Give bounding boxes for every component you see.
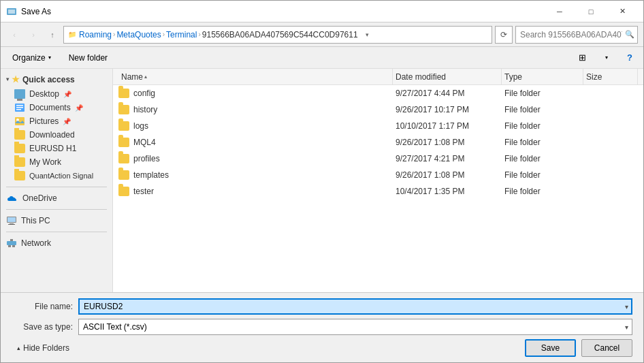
table-row[interactable]: history 9/26/2017 10:17 PM File folder xyxy=(113,101,643,118)
search-input[interactable] xyxy=(520,30,622,40)
sidebar-group-thispc: This PC xyxy=(1,214,112,227)
sidebar-group-quick-access: ▾ ★ Quick access Desktop 📌 xyxy=(1,72,112,183)
help-button[interactable]: ? xyxy=(622,50,638,66)
filename-label: File name: xyxy=(12,302,73,311)
title-bar-buttons: ─ □ ✕ xyxy=(544,1,638,22)
file-date: 9/26/2017 1:08 PM xyxy=(393,138,502,147)
file-date: 10/4/2017 1:35 PM xyxy=(393,187,502,196)
column-header-name[interactable]: Name ▴ xyxy=(118,69,393,84)
svg-rect-15 xyxy=(12,245,15,247)
file-date: 9/26/2017 1:08 PM xyxy=(393,170,502,180)
downloaded-icon xyxy=(14,130,25,140)
filetype-row: Save as type: ASCII Text (*.csv) xyxy=(12,319,632,335)
sidebar-item-pictures[interactable]: Pictures 📌 xyxy=(1,114,112,128)
documents-icon xyxy=(14,103,25,112)
table-row[interactable]: logs 10/10/2017 1:17 PM File folder xyxy=(113,118,643,134)
view-button[interactable]: ⊞ xyxy=(573,50,592,66)
file-type: File folder xyxy=(502,89,583,98)
quick-access-chevron: ▾ xyxy=(6,76,9,82)
sidebar-item-thispc[interactable]: This PC xyxy=(1,214,112,227)
filename-input[interactable] xyxy=(78,298,632,315)
sidebar-item-documents[interactable]: Documents 📌 xyxy=(1,101,112,114)
forward-button[interactable]: › xyxy=(25,27,42,43)
pin-icon-pictures: 📌 xyxy=(63,118,71,125)
folder-icon xyxy=(118,89,129,98)
view-dropdown-button[interactable]: ▾ xyxy=(597,50,616,66)
file-date: 9/26/2017 10:17 PM xyxy=(393,105,502,114)
column-header-date[interactable]: Date modified xyxy=(393,69,502,84)
sidebar-header-quick-access[interactable]: ▾ ★ Quick access xyxy=(1,72,112,87)
pictures-icon xyxy=(14,116,25,126)
column-header-type[interactable]: Type xyxy=(502,69,583,84)
column-type-label: Type xyxy=(504,72,522,82)
folder-icon xyxy=(118,187,129,196)
address-bar-folder-icon: 📁 xyxy=(68,31,76,38)
up-button[interactable]: ↑ xyxy=(44,27,61,43)
sidebar-item-desktop-label: Desktop xyxy=(29,89,59,99)
hide-folders-button[interactable]: ▴ Hide Folders xyxy=(12,341,75,356)
back-button[interactable]: ‹ xyxy=(6,27,22,43)
sidebar-item-network[interactable]: Network xyxy=(1,236,112,250)
address-dropdown-button[interactable]: ▾ xyxy=(362,26,373,44)
new-folder-button[interactable]: New folder xyxy=(63,50,114,66)
table-row[interactable]: profiles 9/27/2017 4:21 PM File folder xyxy=(113,151,643,167)
sidebar-item-thispc-label: This PC xyxy=(21,216,50,225)
crumb-metaquotes[interactable]: MetaQuotes xyxy=(116,30,161,40)
file-name: logs xyxy=(133,121,148,131)
close-button[interactable]: ✕ xyxy=(607,1,638,22)
maximize-button[interactable]: □ xyxy=(575,1,607,22)
crumb-roaming[interactable]: Roaming xyxy=(79,30,112,40)
sidebar-item-downloaded[interactable]: Downloaded xyxy=(1,128,112,142)
eurusd-folder-icon xyxy=(14,144,25,153)
quick-access-star-icon: ★ xyxy=(12,74,20,84)
save-button[interactable]: Save xyxy=(525,339,576,357)
organize-button[interactable]: Organize ▾ xyxy=(6,50,57,66)
help-icon: ? xyxy=(627,52,632,63)
sidebar-item-eurusd[interactable]: EURUSD H1 xyxy=(1,142,112,155)
sidebar-divider-1 xyxy=(6,187,107,187)
file-type: File folder xyxy=(502,170,583,180)
sidebar-item-mywork[interactable]: My Work xyxy=(1,155,112,169)
onedrive-icon xyxy=(6,194,18,202)
sidebar-group-network: Network xyxy=(1,236,112,250)
svg-rect-6 xyxy=(15,117,25,125)
filename-input-wrapper xyxy=(78,298,632,315)
cancel-button[interactable]: Cancel xyxy=(581,339,632,357)
mywork-folder-icon xyxy=(14,157,25,167)
pin-icon-desktop: 📌 xyxy=(63,91,71,98)
sidebar-item-desktop[interactable]: Desktop 📌 xyxy=(1,87,112,101)
svg-rect-13 xyxy=(10,239,13,241)
sidebar-item-onedrive-label: OneDrive xyxy=(22,193,57,203)
thispc-icon xyxy=(6,216,17,225)
organize-label: Organize xyxy=(12,53,46,63)
sidebar-item-network-label: Network xyxy=(21,238,51,248)
quick-access-label: Quick access xyxy=(22,75,75,84)
network-icon xyxy=(6,238,17,248)
svg-rect-1 xyxy=(8,10,15,14)
sidebar-item-quantaction[interactable]: QuantAction Signal xyxy=(1,169,112,183)
table-row[interactable]: templates 9/26/2017 1:08 PM File folder xyxy=(113,167,643,183)
table-row[interactable]: MQL4 9/26/2017 1:08 PM File folder xyxy=(113,134,643,151)
main-content: ▾ ★ Quick access Desktop 📌 xyxy=(1,69,643,292)
crumb-sep-2: › xyxy=(163,31,165,38)
table-row[interactable]: tester 10/4/2017 1:35 PM File folder xyxy=(113,183,643,200)
svg-rect-9 xyxy=(7,217,16,222)
column-header-size[interactable]: Size xyxy=(583,69,638,84)
sidebar-item-onedrive[interactable]: OneDrive xyxy=(1,191,112,205)
folder-icon xyxy=(118,154,129,163)
filetype-label: Save as type: xyxy=(12,322,73,332)
dialog-icon xyxy=(6,6,17,17)
address-bar[interactable]: 📁 Roaming › MetaQuotes › Terminal › 9155… xyxy=(63,26,492,44)
minimize-button[interactable]: ─ xyxy=(544,1,575,22)
table-row[interactable]: config 9/27/2017 4:44 PM File folder xyxy=(113,85,643,101)
sidebar-group-onedrive: OneDrive xyxy=(1,191,112,205)
sidebar-item-eurusd-label: EURUSD H1 xyxy=(29,144,76,153)
crumb-sep-1: › xyxy=(113,31,115,38)
new-folder-label: New folder xyxy=(69,53,108,63)
column-name-label: Name xyxy=(121,72,143,82)
hide-folders-chevron-icon: ▴ xyxy=(17,345,20,351)
crumb-terminal[interactable]: Terminal xyxy=(166,30,197,40)
organize-dropdown-icon: ▾ xyxy=(48,54,51,61)
refresh-button[interactable]: ⟳ xyxy=(495,26,513,44)
filetype-select[interactable]: ASCII Text (*.csv) xyxy=(78,319,632,335)
